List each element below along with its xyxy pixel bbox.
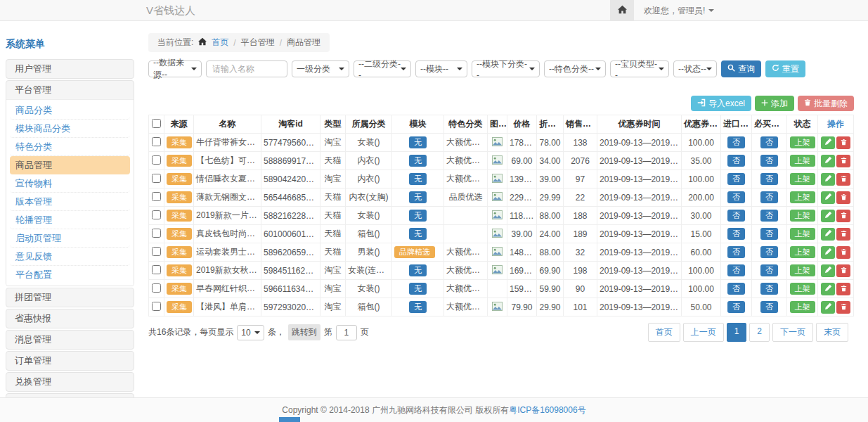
delete-button[interactable] <box>836 228 850 241</box>
edit-button[interactable] <box>821 246 835 259</box>
module-sub-select[interactable]: --模块下分类-- <box>472 60 540 77</box>
delete-button[interactable] <box>836 264 850 277</box>
edit-button[interactable] <box>821 155 835 167</box>
import-select-toggle[interactable]: 否 <box>727 246 745 258</box>
import-select-toggle[interactable]: 否 <box>727 228 745 240</box>
status-button[interactable]: 上架 <box>790 210 815 222</box>
must-buy-toggle[interactable]: 否 <box>760 283 778 295</box>
reset-button[interactable]: 重置 <box>765 60 805 77</box>
must-buy-toggle[interactable]: 否 <box>760 191 778 203</box>
sidebar-group-toggle[interactable]: 拼团管理 <box>6 288 134 307</box>
sidebar-group-toggle[interactable]: 用户管理 <box>6 60 134 78</box>
must-buy-toggle[interactable]: 否 <box>760 228 778 240</box>
row-checkbox[interactable] <box>152 229 161 238</box>
status-button[interactable]: 上架 <box>790 191 815 203</box>
edit-button[interactable] <box>821 228 835 241</box>
user-menu[interactable]: 欢迎您，管理员! <box>634 5 724 17</box>
page-button[interactable]: 末页 <box>816 323 848 342</box>
jump-page-input[interactable] <box>336 325 357 340</box>
delete-button[interactable] <box>836 155 850 167</box>
status-button[interactable]: 上架 <box>790 136 815 148</box>
sidebar-link[interactable]: 特色分类 <box>10 138 130 156</box>
sidebar-group-toggle[interactable]: 消息管理 <box>6 331 134 349</box>
row-checkbox[interactable] <box>152 265 161 274</box>
status-button[interactable]: 上架 <box>790 155 815 167</box>
delete-button[interactable] <box>836 301 850 314</box>
row-checkbox[interactable] <box>152 283 161 293</box>
import-select-toggle[interactable]: 否 <box>727 155 745 167</box>
delete-button[interactable] <box>836 283 850 295</box>
sidebar-link[interactable]: 版本管理 <box>10 193 130 211</box>
item-type-select[interactable]: --宝贝类型-- <box>610 60 669 77</box>
page-button[interactable]: 2 <box>749 323 770 342</box>
edit-button[interactable] <box>821 283 835 295</box>
edit-button[interactable] <box>821 210 835 222</box>
select-all-checkbox[interactable] <box>152 119 161 128</box>
status-button[interactable]: 上架 <box>790 283 815 295</box>
name-search-input[interactable] <box>206 60 287 77</box>
must-buy-toggle[interactable]: 否 <box>760 246 778 258</box>
edit-button[interactable] <box>821 264 835 277</box>
row-checkbox[interactable] <box>152 174 161 183</box>
row-checkbox[interactable] <box>152 137 161 146</box>
delete-button[interactable] <box>836 210 850 222</box>
level2-category-select[interactable]: --二级分类-- <box>354 60 411 77</box>
page-button[interactable]: 1 <box>727 323 747 342</box>
row-checkbox[interactable] <box>152 155 161 165</box>
edit-button[interactable] <box>821 136 835 149</box>
sidebar-link[interactable]: 意见反馈 <box>10 248 130 266</box>
page-button[interactable]: 首页 <box>648 323 680 342</box>
sidebar-link[interactable]: 宣传物料 <box>10 174 130 193</box>
must-buy-toggle[interactable]: 否 <box>760 264 778 276</box>
must-buy-toggle[interactable]: 否 <box>760 301 778 313</box>
import-select-toggle[interactable]: 否 <box>727 210 745 222</box>
must-buy-toggle[interactable]: 否 <box>760 210 778 222</box>
edit-button[interactable] <box>821 301 835 314</box>
sidebar-group-toggle[interactable]: 省惠快报 <box>6 309 134 328</box>
import-select-toggle[interactable]: 否 <box>727 173 745 185</box>
import-select-toggle[interactable]: 否 <box>727 191 745 203</box>
status-button[interactable]: 上架 <box>790 301 815 313</box>
import-select-toggle[interactable]: 否 <box>727 301 745 313</box>
data-source-select[interactable]: --数据来源-- <box>148 60 202 77</box>
import-select-toggle[interactable]: 否 <box>727 136 745 148</box>
page-size-select[interactable]: 10 <box>237 325 264 340</box>
module-select[interactable]: --模块-- <box>415 60 467 77</box>
breadcrumb-home-link[interactable]: 首页 <box>212 37 228 49</box>
delete-button[interactable] <box>836 246 850 259</box>
home-button[interactable] <box>610 0 634 21</box>
row-checkbox[interactable] <box>152 192 161 201</box>
sidebar-link[interactable]: 平台配置 <box>10 266 130 284</box>
sidebar-link[interactable]: 轮播管理 <box>10 211 130 229</box>
sidebar-link[interactable]: 商品管理 <box>10 156 130 174</box>
status-button[interactable]: 上架 <box>790 228 815 240</box>
feature-category-select[interactable]: --特色分类-- <box>544 60 606 77</box>
sidebar-group-toggle[interactable]: 订单管理 <box>6 352 134 370</box>
must-buy-toggle[interactable]: 否 <box>760 155 778 167</box>
row-checkbox[interactable] <box>152 302 161 311</box>
status-button[interactable]: 上架 <box>790 173 815 185</box>
row-checkbox[interactable] <box>152 247 161 256</box>
must-buy-toggle[interactable]: 否 <box>760 136 778 148</box>
import-excel-button[interactable]: 导入excel <box>691 96 751 111</box>
status-button[interactable]: 上架 <box>790 264 815 276</box>
level1-category-select[interactable]: 一级分类 <box>292 60 349 77</box>
search-button[interactable]: 查询 <box>721 60 761 77</box>
sidebar-link[interactable]: 模块商品分类 <box>10 120 130 138</box>
batch-delete-button[interactable]: 批量删除 <box>798 96 854 111</box>
import-select-toggle[interactable]: 否 <box>727 283 745 295</box>
icp-link[interactable]: 粤ICP备16098006号 <box>509 404 585 416</box>
must-buy-toggle[interactable]: 否 <box>760 173 778 185</box>
status-button[interactable]: 上架 <box>790 246 815 258</box>
edit-button[interactable] <box>821 191 835 204</box>
add-button[interactable]: 添加 <box>755 96 794 111</box>
delete-button[interactable] <box>836 191 850 204</box>
delete-button[interactable] <box>836 136 850 149</box>
sidebar-group-toggle[interactable]: 兑换管理 <box>6 373 134 391</box>
delete-button[interactable] <box>836 173 850 186</box>
page-button[interactable]: 上一页 <box>683 323 724 342</box>
page-button[interactable]: 下一页 <box>772 323 813 342</box>
edit-button[interactable] <box>821 173 835 186</box>
jump-button[interactable]: 跳转到 <box>288 324 320 340</box>
sidebar-group-toggle[interactable]: 平台管理 <box>6 81 134 99</box>
